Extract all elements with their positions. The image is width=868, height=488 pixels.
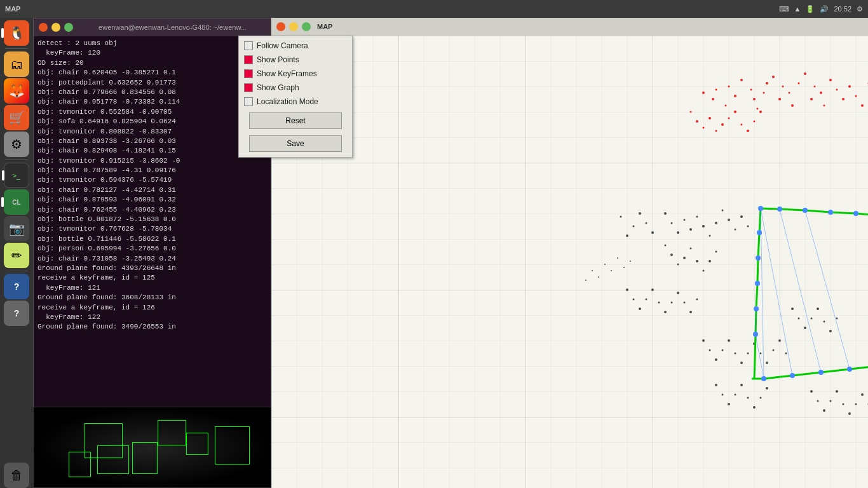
term-line: keyFrame: 121 bbox=[37, 283, 267, 293]
svg-point-114 bbox=[689, 311, 692, 313]
svg-point-84 bbox=[722, 210, 724, 212]
term-line: keyFrame: 120 bbox=[37, 48, 267, 58]
svg-point-122 bbox=[740, 362, 743, 364]
localization-mode-checkbox[interactable] bbox=[244, 97, 253, 106]
svg-point-184 bbox=[828, 210, 833, 215]
dock-firefox[interactable]: 🦊 bbox=[4, 78, 29, 104]
svg-point-140 bbox=[817, 400, 819, 402]
svg-point-159 bbox=[617, 257, 618, 259]
dock-text[interactable]: ✏ bbox=[4, 243, 29, 268]
follow-camera-item[interactable]: Follow Camera bbox=[239, 39, 352, 53]
svg-point-166 bbox=[585, 280, 587, 281]
terminal-close-btn[interactable] bbox=[39, 23, 48, 32]
svg-point-13 bbox=[757, 108, 759, 110]
svg-point-105 bbox=[633, 299, 635, 301]
term-line: obj: chair 0.951778 -0.73382 0.114 bbox=[37, 97, 267, 107]
svg-point-111 bbox=[671, 302, 673, 304]
svg-point-102 bbox=[709, 260, 711, 262]
svg-point-25 bbox=[829, 79, 832, 81]
svg-point-142 bbox=[830, 400, 832, 402]
svg-point-4 bbox=[712, 98, 714, 100]
show-keyframes-item[interactable]: Show KeyFrames bbox=[239, 67, 352, 81]
map-title: MAP bbox=[317, 23, 332, 30]
svg-point-11 bbox=[763, 92, 765, 94]
svg-point-118 bbox=[715, 358, 717, 361]
svg-point-6 bbox=[734, 95, 736, 97]
svg-point-103 bbox=[715, 251, 717, 253]
svg-point-5 bbox=[728, 86, 730, 88]
svg-point-138 bbox=[766, 387, 768, 390]
term-line: obj: bottle 0.801872 -5.15638 0.0 bbox=[37, 215, 267, 224]
svg-point-136 bbox=[753, 406, 756, 409]
term-line: obj: chair 0.731058 -3.25493 0.24 bbox=[37, 254, 267, 264]
terminal-maximize-btn[interactable] bbox=[64, 23, 73, 32]
svg-point-82 bbox=[709, 235, 711, 237]
terminal-body[interactable]: detect : 2 uums obj keyFrame: 120 OD siz… bbox=[34, 36, 271, 424]
svg-point-96 bbox=[670, 254, 673, 256]
controls-panel: Follow Camera Show Points Show KeyFrames… bbox=[238, 36, 353, 158]
show-keyframes-checkbox[interactable] bbox=[244, 69, 253, 78]
localization-mode-item[interactable]: Localization Mode bbox=[239, 95, 352, 109]
svg-point-163 bbox=[604, 264, 606, 265]
svg-point-10 bbox=[753, 98, 756, 100]
svg-point-151 bbox=[791, 308, 794, 310]
detection-box-7 bbox=[69, 452, 91, 477]
dock-help2[interactable]: ? bbox=[4, 301, 29, 326]
term-line: obj: chair 0.893738 -3.26766 0.03 bbox=[37, 137, 267, 146]
svg-point-112 bbox=[677, 292, 679, 294]
svg-point-85 bbox=[728, 219, 730, 221]
svg-point-7 bbox=[725, 105, 727, 107]
dock-terminal[interactable]: >_ bbox=[4, 163, 29, 188]
settings-icon[interactable]: ⚙ bbox=[857, 5, 863, 13]
map-titlebar: MAP bbox=[271, 18, 868, 36]
dock-files[interactable]: 🗂 bbox=[4, 51, 29, 77]
svg-point-164 bbox=[598, 276, 599, 278]
map-minimize-btn[interactable] bbox=[289, 22, 298, 31]
save-button[interactable]: Save bbox=[249, 135, 342, 152]
show-graph-item[interactable]: Show Graph bbox=[239, 81, 352, 95]
dock-help[interactable]: ? bbox=[4, 274, 29, 299]
svg-point-108 bbox=[651, 288, 654, 291]
dock: 🐧 🗂 🦊 🛒 ⚙ >_ CL 📷 ✏ ? ? 🗑 bbox=[0, 18, 33, 488]
term-line: OD size: 20 bbox=[37, 58, 267, 68]
term-line: receive a keyframe, id = 126 bbox=[37, 303, 267, 313]
camera-feed bbox=[33, 407, 271, 488]
dock-clion[interactable]: CL bbox=[4, 189, 29, 215]
show-points-item[interactable]: Show Points bbox=[239, 53, 352, 67]
svg-point-8 bbox=[740, 79, 743, 81]
keyboard-icon: ⌨ bbox=[779, 5, 789, 13]
dock-software[interactable]: 🛒 bbox=[4, 105, 29, 130]
term-line: keyFrame: 122 bbox=[37, 313, 267, 322]
term-line: obj: chair 0.762455 -4.40962 0.23 bbox=[37, 205, 267, 215]
term-line: obj: person 0.695994 -3.27656 0.0 bbox=[37, 244, 267, 254]
dock-camera[interactable]: 📷 bbox=[4, 216, 29, 241]
dock-trash[interactable]: 🗑 bbox=[4, 463, 29, 488]
svg-point-75 bbox=[664, 212, 667, 215]
show-points-label: Show Points bbox=[257, 55, 299, 64]
map-maximize-btn[interactable] bbox=[302, 22, 311, 31]
detection-box-6 bbox=[215, 426, 250, 464]
term-line: obj: chair 0.782127 -4.42714 0.31 bbox=[37, 186, 267, 195]
terminal-minimize-btn[interactable] bbox=[51, 23, 60, 32]
svg-point-119 bbox=[722, 349, 724, 351]
show-graph-checkbox[interactable] bbox=[244, 83, 253, 92]
svg-point-40 bbox=[741, 124, 743, 126]
detection-box-3 bbox=[186, 433, 208, 455]
reset-button[interactable]: Reset bbox=[249, 112, 342, 129]
svg-point-16 bbox=[778, 98, 781, 100]
svg-point-90 bbox=[646, 222, 648, 224]
svg-point-156 bbox=[824, 321, 825, 323]
svg-point-134 bbox=[740, 384, 743, 386]
dock-settings[interactable]: ⚙ bbox=[4, 132, 29, 157]
dock-ubuntu[interactable]: 🐧 bbox=[4, 20, 29, 46]
svg-point-147 bbox=[861, 393, 864, 396]
svg-point-190 bbox=[755, 281, 760, 286]
svg-point-27 bbox=[842, 98, 844, 100]
follow-camera-checkbox[interactable] bbox=[244, 41, 253, 50]
map-close-btn[interactable] bbox=[276, 22, 285, 31]
svg-point-146 bbox=[855, 403, 857, 405]
map-viewport[interactable] bbox=[271, 36, 868, 488]
svg-point-21 bbox=[814, 86, 816, 88]
svg-rect-1 bbox=[271, 36, 868, 488]
show-points-checkbox[interactable] bbox=[244, 55, 253, 64]
